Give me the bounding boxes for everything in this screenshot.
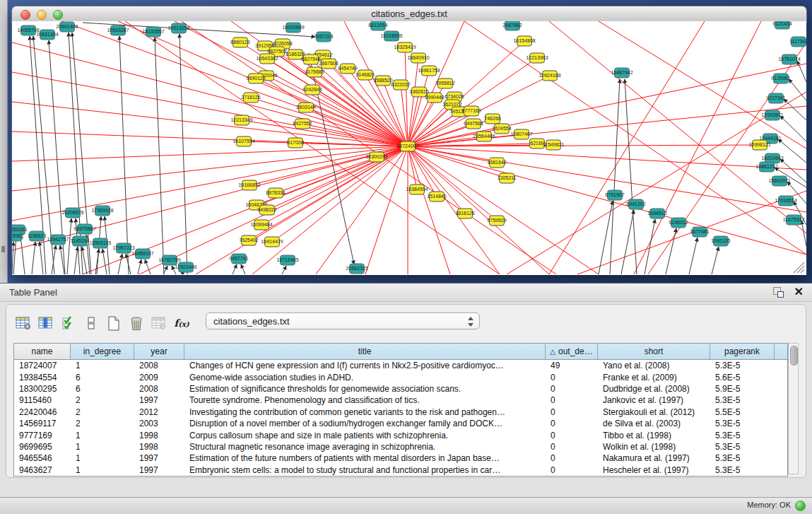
table-cell[interactable]: 2003 <box>134 418 184 429</box>
graph-node[interactable]: 9227341 <box>766 93 785 103</box>
table-settings-icon[interactable] <box>15 314 32 332</box>
graph-node[interactable]: 1145194 <box>71 236 90 246</box>
graph-node[interactable]: 8860123 <box>230 37 249 47</box>
table-cell[interactable]: 9463627 <box>14 465 71 476</box>
graph-node[interactable]: 8878334 <box>266 188 285 198</box>
table-cell[interactable]: 1 <box>71 441 134 452</box>
import-table-icon[interactable] <box>151 314 167 332</box>
network-select[interactable]: citations_edges.txt <box>206 313 480 329</box>
table-cell[interactable]: Jankovic et al. (1997) <box>598 395 710 406</box>
table-row[interactable]: 1872400712008Changes of HCN gene express… <box>14 360 787 371</box>
graph-node[interactable]: 9457791 <box>229 254 248 264</box>
graph-node[interactable]: 16107554 <box>233 136 254 146</box>
table-cell[interactable]: Corpus callosum shape and size in male p… <box>184 429 546 440</box>
graph-node[interactable]: 9121434 <box>772 21 792 29</box>
table-cell[interactable]: 2012 <box>134 407 184 418</box>
show-columns-icon[interactable] <box>37 314 54 332</box>
table-cell[interactable]: 5.3E-5 <box>710 441 775 452</box>
graph-node[interactable]: 9498222 <box>257 205 276 215</box>
splitter-handle-icon[interactable] <box>1 246 5 252</box>
table-row[interactable]: 1456911722003Disruption of a novel membe… <box>14 418 787 429</box>
new-table-icon[interactable] <box>105 314 122 332</box>
graph-node[interactable]: 18325419 <box>394 42 416 52</box>
graph-node[interactable]: 15692971 <box>768 176 790 186</box>
table-cell[interactable]: Estimation of the future numbers of pati… <box>184 452 546 464</box>
table-cell[interactable]: 0 <box>546 395 598 406</box>
table-cell[interactable]: 5.6E-5 <box>710 371 775 382</box>
graph-node[interactable]: 8813054 <box>368 21 387 30</box>
graph-node[interactable]: 10533287 <box>107 25 129 35</box>
table-cell[interactable]: Investigating the contribution of common… <box>184 407 546 418</box>
graph-node[interactable]: 20562315 <box>346 264 367 274</box>
table-cell[interactable]: 0 <box>546 441 598 452</box>
graph-node[interactable]: 12923446 <box>175 262 196 272</box>
graph-node[interactable]: 746266 <box>484 114 500 124</box>
graph-node[interactable]: 12213963 <box>526 53 548 63</box>
table-cell[interactable]: 19384554 <box>14 371 71 382</box>
table-cell[interactable]: Wolkin et al. (1998) <box>598 441 710 452</box>
graph-node[interactable]: 1694512 <box>647 209 666 218</box>
table-cell[interactable]: 0 <box>546 418 598 429</box>
graph-node[interactable]: 20691406 <box>56 22 78 32</box>
graph-node[interactable]: 2867608 <box>319 59 338 69</box>
table-cell[interactable]: 5.3E-5 <box>710 418 775 429</box>
table-cell[interactable]: 1 <box>71 429 134 440</box>
graph-node[interactable]: 8322037 <box>391 80 410 90</box>
graph-node[interactable]: 2718126 <box>241 93 260 103</box>
table-cell[interactable]: 5.5E-5 <box>710 407 775 418</box>
delete-table-icon[interactable] <box>128 314 145 332</box>
table-cell[interactable]: 6 <box>71 371 134 382</box>
table-cell[interactable]: 9699695 <box>14 441 71 452</box>
table-row[interactable]: 2242004622012Investigating the contribut… <box>14 407 787 418</box>
table-cell[interactable]: 0 <box>546 371 598 382</box>
table-row[interactable]: 969969511998Structural magnetic resonanc… <box>14 441 787 452</box>
table-cell[interactable]: 5.3E-5 <box>710 465 775 476</box>
table-cell[interactable]: 49 <box>546 360 598 371</box>
graph-node[interactable]: 1681642 <box>487 158 506 168</box>
table-cell[interactable]: 0 <box>546 429 598 440</box>
graph-node[interactable]: 7857224 <box>314 32 333 42</box>
table-cell[interactable]: 1998 <box>134 441 184 452</box>
graph-node[interactable]: 17016514 <box>775 196 796 206</box>
table-cell[interactable]: 5.9E-5 <box>710 383 775 395</box>
table-cell[interactable]: 9777169 <box>14 429 71 440</box>
graph-node[interactable]: 1092135 <box>711 236 730 246</box>
graph-node[interactable]: 11675312 <box>783 215 805 225</box>
table-row[interactable]: 946554611997Estimation of the future num… <box>14 452 787 464</box>
table-cell[interactable]: Changes of HCN gene expression and I(f) … <box>184 360 546 371</box>
graph-node[interactable]: 9146821 <box>355 70 375 80</box>
graph-node[interactable]: 2687682 <box>502 21 522 30</box>
table-row[interactable]: 1830029562008Estimation of significance … <box>14 383 787 395</box>
graph-node[interactable]: 16033809 <box>282 23 304 33</box>
graph-node[interactable]: 15716485 <box>276 255 298 265</box>
graph-node[interactable]: 9129961 <box>771 74 790 83</box>
graph-node[interactable]: 6791907 <box>605 190 624 200</box>
table-cell[interactable]: Disruption of a novel member of a sodium… <box>184 418 546 429</box>
table-cell[interactable]: 5.3E-5 <box>710 452 775 464</box>
table-cell[interactable]: 1 <box>71 465 134 476</box>
table-cell[interactable]: 1997 <box>134 465 184 476</box>
scrollbar-thumb[interactable] <box>790 346 798 366</box>
row-height-icon[interactable] <box>83 314 100 332</box>
table-cell[interactable]: 5.3E-5 <box>710 395 775 406</box>
left-splitter[interactable] <box>0 0 8 283</box>
graph-node[interactable]: 7955812 <box>435 78 454 88</box>
table-row[interactable]: 946362711997Embryonic stem cells: a mode… <box>14 465 787 476</box>
column-header-name[interactable]: name <box>14 344 71 359</box>
table-cell[interactable]: Yano et al. (2008) <box>598 360 710 371</box>
graph-node[interactable]: 7625402 <box>239 235 258 245</box>
graph-node[interactable]: 12093871 <box>761 110 783 120</box>
graph-node[interactable]: 16487942 <box>611 68 632 78</box>
table-cell[interactable]: 18724007 <box>14 360 71 371</box>
graph-node[interactable]: 1677481 <box>690 227 709 237</box>
table-cell[interactable]: Tibbo et al. (1998) <box>598 429 710 440</box>
window-titlebar[interactable]: citations_edges.txt <box>11 6 807 23</box>
graph-node[interactable]: 1305211 <box>498 173 517 183</box>
table-cell[interactable]: Tourette syndrome. Phenomenology and cla… <box>184 395 546 406</box>
graph-node[interactable]: 17359928 <box>91 206 113 216</box>
graph-node[interactable]: 19384554 <box>406 185 428 194</box>
graph-node[interactable]: 9890123 <box>246 74 265 83</box>
graph-node[interactable]: 8941202 <box>626 199 645 209</box>
graph-node[interactable]: 3175685 <box>305 67 324 77</box>
table-cell[interactable]: Nakamura et al. (1997) <box>598 452 710 464</box>
